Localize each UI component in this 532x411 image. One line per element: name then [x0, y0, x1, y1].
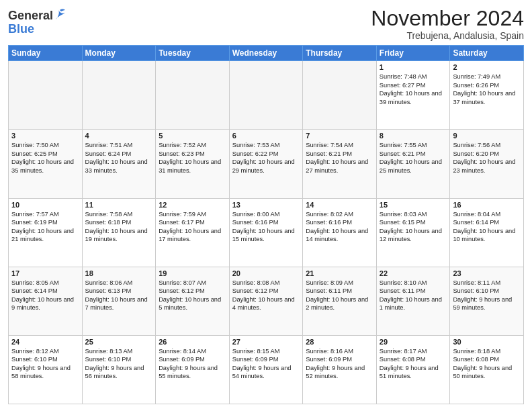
day-number: 21 — [306, 269, 373, 277]
day-info: Sunrise: 8:11 AM Sunset: 6:10 PM Dayligh… — [453, 279, 521, 312]
day-number: 1 — [380, 63, 447, 71]
day-number: 12 — [159, 201, 226, 209]
day-number: 29 — [380, 338, 447, 346]
title-area: November 2024 Trebujena, Andalusia, Spai… — [371, 7, 524, 41]
day-info: Sunrise: 7:57 AM Sunset: 6:19 PM Dayligh… — [11, 210, 79, 244]
day-info: Sunrise: 8:00 AM Sunset: 6:16 PM Dayligh… — [232, 210, 300, 244]
calendar-cell: 15Sunrise: 8:03 AM Sunset: 6:15 PM Dayli… — [376, 198, 450, 267]
day-info: Sunrise: 7:49 AM Sunset: 6:26 PM Dayligh… — [453, 73, 521, 106]
calendar-cell: 14Sunrise: 8:02 AM Sunset: 6:16 PM Dayli… — [303, 198, 377, 267]
logo-blue-text: Blue — [8, 22, 34, 36]
calendar-cell: 18Sunrise: 8:06 AM Sunset: 6:13 PM Dayli… — [82, 267, 156, 335]
weekday-header-saturday: Saturday — [450, 46, 524, 61]
day-info: Sunrise: 7:53 AM Sunset: 6:22 PM Dayligh… — [232, 141, 300, 175]
day-number: 7 — [306, 132, 373, 140]
day-info: Sunrise: 7:54 AM Sunset: 6:21 PM Dayligh… — [306, 141, 373, 175]
day-number: 6 — [232, 132, 300, 140]
month-title: November 2024 — [371, 7, 524, 30]
calendar-cell — [303, 61, 377, 130]
calendar-cell: 9Sunrise: 7:56 AM Sunset: 6:20 PM Daylig… — [450, 130, 524, 198]
day-number: 19 — [159, 269, 226, 277]
day-info: Sunrise: 8:12 AM Sunset: 6:10 PM Dayligh… — [11, 347, 79, 381]
day-info: Sunrise: 8:18 AM Sunset: 6:08 PM Dayligh… — [453, 347, 521, 381]
calendar-cell: 7Sunrise: 7:54 AM Sunset: 6:21 PM Daylig… — [303, 130, 377, 198]
day-number: 23 — [453, 269, 521, 277]
weekday-header-thursday: Thursday — [303, 46, 377, 61]
calendar-cell — [156, 61, 230, 130]
calendar-cell: 3Sunrise: 7:50 AM Sunset: 6:25 PM Daylig… — [9, 130, 83, 198]
day-number: 20 — [232, 269, 300, 277]
calendar-cell: 25Sunrise: 8:13 AM Sunset: 6:10 PM Dayli… — [82, 335, 156, 404]
day-info: Sunrise: 8:05 AM Sunset: 6:14 PM Dayligh… — [11, 279, 79, 312]
logo-bird-icon — [54, 7, 66, 22]
weekday-header-row: SundayMondayTuesdayWednesdayThursdayFrid… — [9, 46, 524, 61]
calendar-week-5: 24Sunrise: 8:12 AM Sunset: 6:10 PM Dayli… — [9, 335, 524, 404]
weekday-header-sunday: Sunday — [9, 46, 83, 61]
calendar-cell: 21Sunrise: 8:09 AM Sunset: 6:11 PM Dayli… — [303, 267, 377, 335]
day-info: Sunrise: 7:51 AM Sunset: 6:24 PM Dayligh… — [85, 141, 153, 175]
day-info: Sunrise: 8:03 AM Sunset: 6:15 PM Dayligh… — [380, 210, 447, 244]
day-info: Sunrise: 8:02 AM Sunset: 6:16 PM Dayligh… — [306, 210, 373, 244]
page: General Blue November 2024 Trebujena, An… — [0, 0, 532, 411]
day-number: 11 — [85, 201, 153, 209]
calendar-cell: 22Sunrise: 8:10 AM Sunset: 6:11 PM Dayli… — [376, 267, 450, 335]
day-number: 27 — [232, 338, 300, 346]
day-info: Sunrise: 7:48 AM Sunset: 6:27 PM Dayligh… — [380, 73, 447, 106]
day-number: 28 — [306, 338, 373, 346]
calendar-cell: 16Sunrise: 8:04 AM Sunset: 6:14 PM Dayli… — [450, 198, 524, 267]
day-info: Sunrise: 8:10 AM Sunset: 6:11 PM Dayligh… — [380, 279, 447, 312]
day-info: Sunrise: 8:14 AM Sunset: 6:09 PM Dayligh… — [159, 347, 226, 381]
day-info: Sunrise: 7:56 AM Sunset: 6:20 PM Dayligh… — [453, 141, 521, 175]
calendar-cell — [82, 61, 156, 130]
calendar-cell: 30Sunrise: 8:18 AM Sunset: 6:08 PM Dayli… — [450, 335, 524, 404]
day-info: Sunrise: 8:16 AM Sunset: 6:09 PM Dayligh… — [306, 347, 373, 381]
day-info: Sunrise: 7:58 AM Sunset: 6:18 PM Dayligh… — [85, 210, 153, 244]
calendar-cell: 2Sunrise: 7:49 AM Sunset: 6:26 PM Daylig… — [450, 61, 524, 130]
day-number: 25 — [85, 338, 153, 346]
calendar-cell: 1Sunrise: 7:48 AM Sunset: 6:27 PM Daylig… — [376, 61, 450, 130]
calendar-cell: 26Sunrise: 8:14 AM Sunset: 6:09 PM Dayli… — [156, 335, 230, 404]
day-info: Sunrise: 7:52 AM Sunset: 6:23 PM Dayligh… — [159, 141, 226, 175]
day-number: 30 — [453, 338, 521, 346]
calendar-cell: 11Sunrise: 7:58 AM Sunset: 6:18 PM Dayli… — [82, 198, 156, 267]
calendar-cell: 28Sunrise: 8:16 AM Sunset: 6:09 PM Dayli… — [303, 335, 377, 404]
day-number: 9 — [453, 132, 521, 140]
day-number: 13 — [232, 201, 300, 209]
day-number: 14 — [306, 201, 373, 209]
day-number: 16 — [453, 201, 521, 209]
day-info: Sunrise: 8:08 AM Sunset: 6:12 PM Dayligh… — [232, 279, 300, 312]
calendar-cell: 10Sunrise: 7:57 AM Sunset: 6:19 PM Dayli… — [9, 198, 83, 267]
day-info: Sunrise: 7:50 AM Sunset: 6:25 PM Dayligh… — [11, 141, 79, 175]
day-info: Sunrise: 7:59 AM Sunset: 6:17 PM Dayligh… — [159, 210, 226, 244]
day-info: Sunrise: 7:55 AM Sunset: 6:21 PM Dayligh… — [380, 141, 447, 175]
calendar-cell: 13Sunrise: 8:00 AM Sunset: 6:16 PM Dayli… — [229, 198, 303, 267]
calendar-cell: 29Sunrise: 8:17 AM Sunset: 6:08 PM Dayli… — [376, 335, 450, 404]
day-number: 22 — [380, 269, 447, 277]
calendar-cell: 24Sunrise: 8:12 AM Sunset: 6:10 PM Dayli… — [9, 335, 83, 404]
calendar-cell: 23Sunrise: 8:11 AM Sunset: 6:10 PM Dayli… — [450, 267, 524, 335]
calendar-week-4: 17Sunrise: 8:05 AM Sunset: 6:14 PM Dayli… — [9, 267, 524, 335]
day-number: 26 — [159, 338, 226, 346]
calendar-cell: 20Sunrise: 8:08 AM Sunset: 6:12 PM Dayli… — [229, 267, 303, 335]
weekday-header-friday: Friday — [376, 46, 450, 61]
day-info: Sunrise: 8:17 AM Sunset: 6:08 PM Dayligh… — [380, 347, 447, 381]
day-number: 24 — [11, 338, 79, 346]
calendar-cell: 27Sunrise: 8:15 AM Sunset: 6:09 PM Dayli… — [229, 335, 303, 404]
calendar-cell: 6Sunrise: 7:53 AM Sunset: 6:22 PM Daylig… — [229, 130, 303, 198]
calendar-cell — [9, 61, 83, 130]
day-number: 17 — [11, 269, 79, 277]
day-number: 2 — [453, 63, 521, 71]
day-number: 10 — [11, 201, 79, 209]
calendar-week-3: 10Sunrise: 7:57 AM Sunset: 6:19 PM Dayli… — [9, 198, 524, 267]
day-number: 8 — [380, 132, 447, 140]
calendar-cell — [229, 61, 303, 130]
day-info: Sunrise: 8:07 AM Sunset: 6:12 PM Dayligh… — [159, 279, 226, 312]
day-info: Sunrise: 8:13 AM Sunset: 6:10 PM Dayligh… — [85, 347, 153, 381]
calendar-week-2: 3Sunrise: 7:50 AM Sunset: 6:25 PM Daylig… — [9, 130, 524, 198]
day-info: Sunrise: 8:04 AM Sunset: 6:14 PM Dayligh… — [453, 210, 521, 244]
day-info: Sunrise: 8:09 AM Sunset: 6:11 PM Dayligh… — [306, 279, 373, 312]
weekday-header-monday: Monday — [82, 46, 156, 61]
calendar-cell: 5Sunrise: 7:52 AM Sunset: 6:23 PM Daylig… — [156, 130, 230, 198]
day-number: 3 — [11, 132, 79, 140]
day-info: Sunrise: 8:15 AM Sunset: 6:09 PM Dayligh… — [232, 347, 300, 381]
